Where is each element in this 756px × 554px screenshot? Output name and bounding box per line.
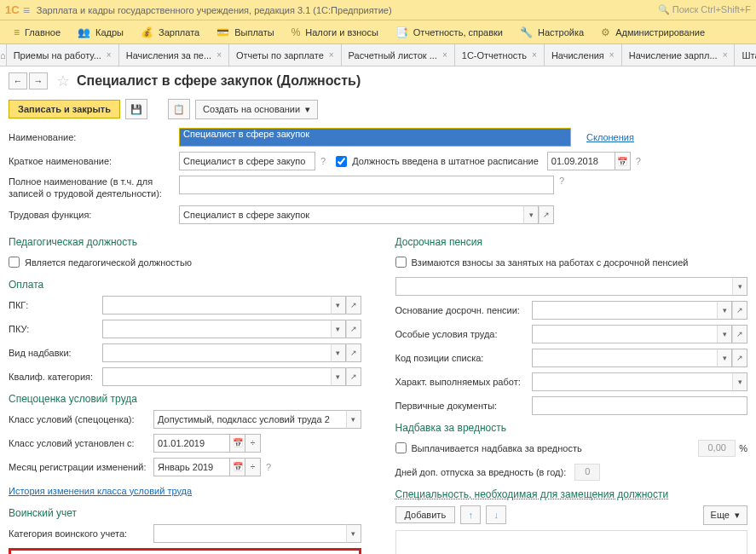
close-icon[interactable]: × <box>329 50 334 60</box>
help-icon[interactable]: ? <box>636 156 641 166</box>
dropdown-icon[interactable]: ▾ <box>331 296 346 315</box>
close-icon[interactable]: × <box>723 50 728 60</box>
dropdown-icon[interactable]: ▾ <box>717 349 732 367</box>
tab-4[interactable]: Расчетный листок ...× <box>342 44 455 66</box>
dropdown-icon[interactable]: ▾ <box>732 372 747 391</box>
full-name-label: Полное наименование (в т.ч. для записей … <box>9 176 179 200</box>
full-name-field[interactable] <box>179 176 554 194</box>
section-special-eval: Спецоценка условий труда <box>9 393 361 405</box>
dropdown-icon[interactable]: ▾ <box>732 277 747 296</box>
is-ped-checkbox[interactable] <box>9 257 20 268</box>
help-icon[interactable]: ? <box>266 462 271 472</box>
open-icon[interactable]: ↗ <box>346 296 361 315</box>
dropdown-icon[interactable]: ▾ <box>331 320 346 338</box>
work-nature-field[interactable] <box>532 372 733 391</box>
close-icon[interactable]: × <box>442 50 447 60</box>
list-pos-code-field[interactable] <box>532 349 718 367</box>
open-icon[interactable]: ↗ <box>346 367 361 386</box>
hazard-checkbox[interactable] <box>395 442 407 453</box>
tab-5[interactable]: 1С-Отчетность× <box>455 44 545 66</box>
history-link[interactable]: История изменения класса условий труда <box>9 486 192 496</box>
open-icon[interactable]: ↗ <box>346 343 361 362</box>
qualif-field[interactable] <box>102 367 331 386</box>
open-icon[interactable]: ↗ <box>539 205 554 224</box>
name-field[interactable]: Специалист в сфере закупок <box>179 128 571 147</box>
allowance-field[interactable] <box>102 343 331 362</box>
menu-payments[interactable]: 💳Выплаты <box>208 20 282 44</box>
class-from-field[interactable] <box>153 434 230 453</box>
menu-main[interactable]: ≡Главное <box>5 20 69 44</box>
open-icon[interactable]: ↗ <box>732 349 747 367</box>
calendar-icon[interactable]: 📅 <box>230 458 245 476</box>
early-type-field[interactable] <box>395 277 733 296</box>
more-button[interactable]: Еще▾ <box>703 505 747 525</box>
menu-settings[interactable]: 🔧Настройка <box>511 20 592 44</box>
add-button[interactable]: Добавить <box>395 506 456 523</box>
schedule-date-field[interactable] <box>547 152 615 170</box>
tab-1[interactable]: Приемы на работу...× <box>7 44 119 66</box>
declensions-link[interactable]: Склонения <box>586 132 634 142</box>
special-cond-field[interactable] <box>532 325 718 343</box>
save-button[interactable]: 💾 <box>125 99 147 119</box>
tab-7[interactable]: Начисление зарпл...× <box>622 44 736 66</box>
early-basis-field[interactable] <box>532 301 718 320</box>
reg-month-field[interactable] <box>153 458 230 476</box>
move-down-button[interactable]: ↓ <box>486 505 506 524</box>
pku-label: ПКУ: <box>9 324 102 334</box>
mil-cat-field[interactable] <box>153 524 346 543</box>
stepper-icon[interactable]: ÷ <box>245 458 261 476</box>
section-specialty[interactable]: Специальность, необходимая для замещения… <box>395 488 748 500</box>
create-based-button[interactable]: Создать на основании▾ <box>195 100 318 119</box>
menu-reports[interactable]: 📑Отчетность, справки <box>387 20 511 44</box>
save-close-button[interactable]: Записать и закрыть <box>9 100 120 118</box>
labor-func-field[interactable] <box>179 205 523 224</box>
favorite-icon[interactable]: ☆ <box>56 72 70 90</box>
calendar-icon[interactable]: 📅 <box>615 152 631 170</box>
mil-cat-label: Категория воинского учета: <box>9 528 153 539</box>
move-up-button[interactable]: ↑ <box>460 505 481 524</box>
open-icon[interactable]: ↗ <box>732 301 747 320</box>
in-schedule-checkbox[interactable] <box>336 156 347 167</box>
menu-taxes[interactable]: %Налоги и взносы <box>283 20 387 44</box>
dropdown-icon[interactable]: ▾ <box>331 367 346 386</box>
nav-back[interactable]: ← <box>9 72 27 89</box>
dropdown-icon[interactable]: ▾ <box>346 410 361 429</box>
calendar-icon[interactable]: 📅 <box>230 434 245 453</box>
close-icon[interactable]: × <box>216 50 222 60</box>
home-tab[interactable]: ⌂ <box>0 44 7 66</box>
dropdown-icon[interactable]: ▾ <box>346 524 361 543</box>
pkg-field[interactable] <box>102 296 331 315</box>
global-search[interactable]: Поиск Ctrl+Shift+F <box>658 4 751 15</box>
help-icon[interactable]: ? <box>320 156 326 166</box>
short-name-field[interactable] <box>179 152 315 170</box>
help-icon[interactable]: ? <box>559 176 564 186</box>
close-icon[interactable]: × <box>532 50 537 60</box>
tab-3[interactable]: Отчеты по зарплате× <box>229 44 342 66</box>
dropdown-icon[interactable]: ▾ <box>717 325 732 343</box>
tab-8[interactable]: Штатное расписание× <box>735 44 756 66</box>
nav-forward[interactable]: → <box>29 72 48 89</box>
open-icon[interactable]: ↗ <box>732 325 747 343</box>
list-button[interactable]: 📋 <box>168 99 190 119</box>
hamburger-icon[interactable]: ≡ <box>23 3 30 17</box>
menu-admin[interactable]: ⚙Администрирование <box>592 20 713 44</box>
stepper-icon[interactable]: ÷ <box>245 434 261 453</box>
dropdown-icon[interactable]: ▾ <box>523 205 539 224</box>
extra-days-label: Дней доп. отпуска за вредность (в год): <box>395 467 567 477</box>
menu-salary[interactable]: 💰Зарплата <box>132 20 208 44</box>
menu-staff[interactable]: 👥Кадры <box>69 20 132 44</box>
open-icon[interactable]: ↗ <box>346 320 361 338</box>
dropdown-icon[interactable]: ▾ <box>717 301 732 320</box>
early-contrib-checkbox[interactable] <box>395 257 407 268</box>
dropdown-icon[interactable]: ▾ <box>331 343 346 362</box>
tab-6[interactable]: Начисления× <box>545 44 622 66</box>
early-basis-label: Основание досрочн. пенсии: <box>395 305 532 315</box>
close-icon[interactable]: × <box>107 50 112 60</box>
tab-2[interactable]: Начисления за пе...× <box>119 44 229 66</box>
specialty-list[interactable] <box>395 530 748 554</box>
primary-docs-field[interactable] <box>532 396 748 415</box>
is-ped-label: Является педагогической должностью <box>25 257 192 268</box>
close-icon[interactable]: × <box>609 50 615 60</box>
class-spec-field[interactable] <box>153 410 346 429</box>
pku-field[interactable] <box>102 320 331 338</box>
